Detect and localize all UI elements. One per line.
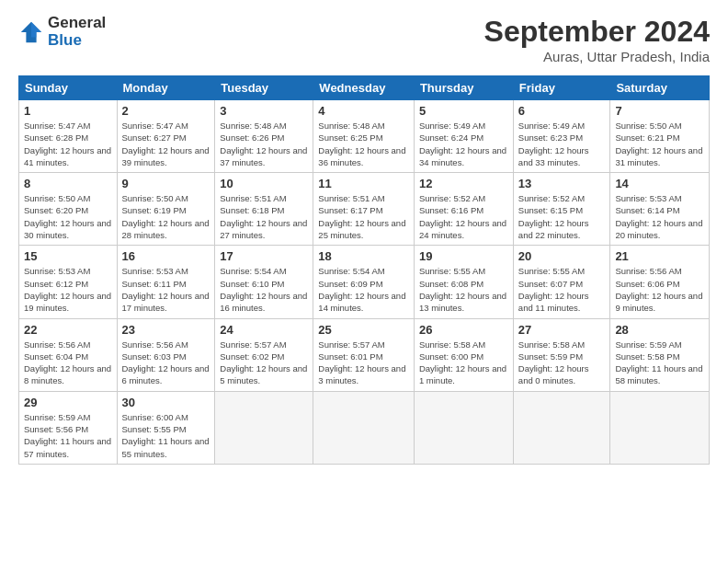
calendar-cell-day-27: 27Sunrise: 5:58 AMSunset: 5:59 PMDayligh… xyxy=(513,318,610,391)
calendar-cell-day-23: 23Sunrise: 5:56 AMSunset: 6:03 PMDayligh… xyxy=(117,318,215,391)
calendar-week-5: 29Sunrise: 5:59 AMSunset: 5:56 PMDayligh… xyxy=(19,391,710,464)
logo-blue: Blue xyxy=(48,32,106,50)
calendar-week-1: 1Sunrise: 5:47 AMSunset: 6:28 PMDaylight… xyxy=(19,100,710,173)
day-number: 2 xyxy=(122,104,210,118)
day-number: 19 xyxy=(419,249,508,263)
calendar-week-3: 15Sunrise: 5:53 AMSunset: 6:12 PMDayligh… xyxy=(19,246,710,318)
cell-info: Sunrise: 5:58 AMSunset: 6:00 PMDaylight:… xyxy=(419,339,508,387)
day-number: 9 xyxy=(122,177,210,190)
day-number: 29 xyxy=(24,396,112,409)
day-number: 18 xyxy=(318,249,409,263)
calendar-cell-empty xyxy=(414,391,513,464)
svg-marker-1 xyxy=(31,21,41,37)
day-number: 3 xyxy=(220,104,308,118)
day-number: 25 xyxy=(318,323,409,337)
cell-info: Sunrise: 5:49 AMSunset: 6:23 PMDaylight:… xyxy=(518,120,606,168)
calendar-cell-day-20: 20Sunrise: 5:55 AMSunset: 6:07 PMDayligh… xyxy=(513,246,610,318)
calendar-header-tuesday: Tuesday xyxy=(215,76,313,100)
calendar-cell-day-8: 8Sunrise: 5:50 AMSunset: 6:20 PMDaylight… xyxy=(19,173,118,246)
calendar-header-thursday: Thursday xyxy=(414,76,513,100)
day-number: 14 xyxy=(615,177,704,190)
day-number: 16 xyxy=(122,249,210,263)
day-number: 27 xyxy=(518,323,606,337)
page: General Blue September 2024 Auras, Uttar… xyxy=(0,0,728,563)
cell-info: Sunrise: 5:48 AMSunset: 6:25 PMDaylight:… xyxy=(318,120,409,168)
day-number: 4 xyxy=(318,104,409,118)
calendar-cell-day-13: 13Sunrise: 5:52 AMSunset: 6:15 PMDayligh… xyxy=(513,173,610,246)
calendar-cell-day-12: 12Sunrise: 5:52 AMSunset: 6:16 PMDayligh… xyxy=(414,173,513,246)
day-number: 28 xyxy=(615,323,704,337)
calendar-cell-day-6: 6Sunrise: 5:49 AMSunset: 6:23 PMDaylight… xyxy=(513,100,610,173)
calendar-header-row: SundayMondayTuesdayWednesdayThursdayFrid… xyxy=(19,76,710,100)
cell-info: Sunrise: 5:59 AMSunset: 5:56 PMDaylight:… xyxy=(24,411,112,460)
calendar-cell-empty xyxy=(215,391,313,464)
cell-info: Sunrise: 5:47 AMSunset: 6:28 PMDaylight:… xyxy=(24,120,112,168)
calendar-cell-day-11: 11Sunrise: 5:51 AMSunset: 6:17 PMDayligh… xyxy=(313,173,415,246)
calendar-cell-day-26: 26Sunrise: 5:58 AMSunset: 6:00 PMDayligh… xyxy=(414,318,513,391)
day-number: 13 xyxy=(518,177,606,190)
calendar-cell-day-16: 16Sunrise: 5:53 AMSunset: 6:11 PMDayligh… xyxy=(117,246,215,318)
calendar-cell-day-18: 18Sunrise: 5:54 AMSunset: 6:09 PMDayligh… xyxy=(313,246,415,318)
cell-info: Sunrise: 5:53 AMSunset: 6:11 PMDaylight:… xyxy=(122,265,210,314)
calendar-cell-day-30: 30Sunrise: 6:00 AMSunset: 5:55 PMDayligh… xyxy=(117,391,215,464)
calendar-cell-day-17: 17Sunrise: 5:54 AMSunset: 6:10 PMDayligh… xyxy=(215,246,313,318)
cell-info: Sunrise: 5:56 AMSunset: 6:06 PMDaylight:… xyxy=(615,265,704,314)
calendar-cell-day-10: 10Sunrise: 5:51 AMSunset: 6:18 PMDayligh… xyxy=(215,173,313,246)
calendar-cell-day-9: 9Sunrise: 5:50 AMSunset: 6:19 PMDaylight… xyxy=(117,173,215,246)
cell-info: Sunrise: 5:54 AMSunset: 6:09 PMDaylight:… xyxy=(318,265,409,314)
day-number: 17 xyxy=(220,249,308,263)
calendar-cell-empty xyxy=(610,391,710,464)
cell-info: Sunrise: 5:50 AMSunset: 6:21 PMDaylight:… xyxy=(615,120,704,168)
calendar-cell-day-24: 24Sunrise: 5:57 AMSunset: 6:02 PMDayligh… xyxy=(215,318,313,391)
day-number: 26 xyxy=(419,323,508,337)
calendar-cell-day-14: 14Sunrise: 5:53 AMSunset: 6:14 PMDayligh… xyxy=(610,173,710,246)
logo: General Blue xyxy=(18,15,106,49)
day-number: 7 xyxy=(615,104,704,118)
calendar-cell-day-5: 5Sunrise: 5:49 AMSunset: 6:24 PMDaylight… xyxy=(414,100,513,173)
day-number: 23 xyxy=(122,323,210,337)
day-number: 1 xyxy=(24,104,112,118)
cell-info: Sunrise: 5:47 AMSunset: 6:27 PMDaylight:… xyxy=(122,120,210,168)
cell-info: Sunrise: 5:53 AMSunset: 6:12 PMDaylight:… xyxy=(24,265,112,314)
cell-info: Sunrise: 5:52 AMSunset: 6:16 PMDaylight:… xyxy=(419,192,508,241)
day-number: 10 xyxy=(220,177,308,190)
calendar-cell-day-7: 7Sunrise: 5:50 AMSunset: 6:21 PMDaylight… xyxy=(610,100,710,173)
cell-info: Sunrise: 5:52 AMSunset: 6:15 PMDaylight:… xyxy=(518,192,606,241)
day-number: 21 xyxy=(615,249,704,263)
cell-info: Sunrise: 5:49 AMSunset: 6:24 PMDaylight:… xyxy=(419,120,508,168)
day-number: 11 xyxy=(318,177,409,190)
cell-info: Sunrise: 5:56 AMSunset: 6:04 PMDaylight:… xyxy=(24,339,112,387)
calendar-header-monday: Monday xyxy=(117,76,215,100)
day-number: 24 xyxy=(220,323,308,337)
calendar-cell-day-22: 22Sunrise: 5:56 AMSunset: 6:04 PMDayligh… xyxy=(19,318,118,391)
location: Auras, Uttar Pradesh, India xyxy=(484,49,710,64)
calendar-header-saturday: Saturday xyxy=(610,76,710,100)
cell-info: Sunrise: 5:51 AMSunset: 6:17 PMDaylight:… xyxy=(318,192,409,241)
day-number: 30 xyxy=(122,396,210,409)
month-title: September 2024 xyxy=(484,15,710,49)
cell-info: Sunrise: 5:53 AMSunset: 6:14 PMDaylight:… xyxy=(615,192,704,241)
cell-info: Sunrise: 5:56 AMSunset: 6:03 PMDaylight:… xyxy=(122,339,210,387)
day-number: 15 xyxy=(24,249,112,263)
calendar-cell-day-28: 28Sunrise: 5:59 AMSunset: 5:58 PMDayligh… xyxy=(610,318,710,391)
calendar-cell-empty xyxy=(513,391,610,464)
cell-info: Sunrise: 5:59 AMSunset: 5:58 PMDaylight:… xyxy=(615,339,704,387)
calendar-cell-day-29: 29Sunrise: 5:59 AMSunset: 5:56 PMDayligh… xyxy=(19,391,118,464)
calendar-cell-day-25: 25Sunrise: 5:57 AMSunset: 6:01 PMDayligh… xyxy=(313,318,415,391)
cell-info: Sunrise: 5:55 AMSunset: 6:07 PMDaylight:… xyxy=(518,265,606,314)
calendar-cell-empty xyxy=(313,391,415,464)
day-number: 20 xyxy=(518,249,606,263)
cell-info: Sunrise: 5:55 AMSunset: 6:08 PMDaylight:… xyxy=(419,265,508,314)
calendar-header-sunday: Sunday xyxy=(19,76,118,100)
cell-info: Sunrise: 5:58 AMSunset: 5:59 PMDaylight:… xyxy=(518,339,606,387)
calendar-cell-day-4: 4Sunrise: 5:48 AMSunset: 6:25 PMDaylight… xyxy=(313,100,415,173)
calendar-header-friday: Friday xyxy=(513,76,610,100)
day-number: 22 xyxy=(24,323,112,337)
cell-info: Sunrise: 5:57 AMSunset: 6:02 PMDaylight:… xyxy=(220,339,308,387)
logo-general: General xyxy=(48,15,106,32)
day-number: 6 xyxy=(518,104,606,118)
calendar-cell-day-15: 15Sunrise: 5:53 AMSunset: 6:12 PMDayligh… xyxy=(19,246,118,318)
calendar-cell-day-21: 21Sunrise: 5:56 AMSunset: 6:06 PMDayligh… xyxy=(610,246,710,318)
day-number: 8 xyxy=(24,177,112,190)
calendar-week-2: 8Sunrise: 5:50 AMSunset: 6:20 PMDaylight… xyxy=(19,173,710,246)
